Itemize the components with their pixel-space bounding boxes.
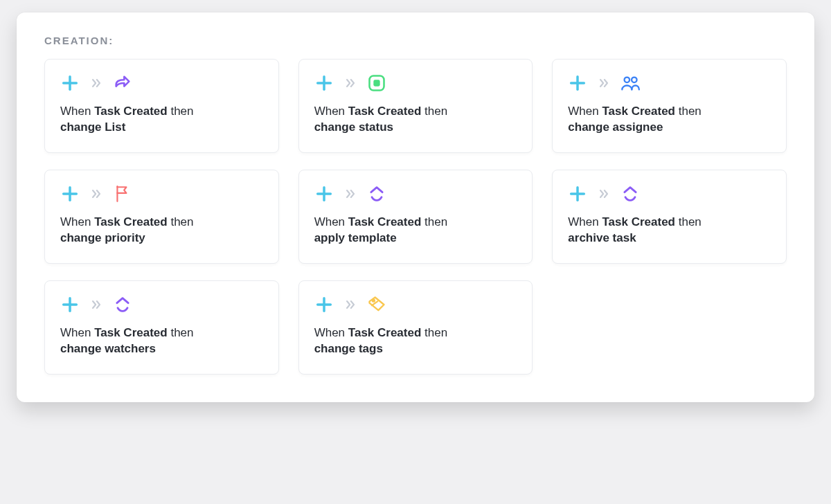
automation-description: When Task Created thenchange tags — [314, 325, 517, 357]
plus-icon — [314, 295, 334, 314]
then-text: then — [425, 105, 447, 118]
action-text: change List — [60, 120, 125, 134]
trigger-text: Task Created — [602, 105, 675, 118]
then-text: then — [679, 105, 702, 118]
automation-card-change-assignee[interactable]: When Task Created thenchange assignee — [552, 59, 787, 153]
action-text: change assignee — [568, 120, 663, 134]
automation-description: When Task Created thenapply template — [314, 215, 517, 246]
prefix-text: When — [314, 105, 345, 118]
automation-card-change-list[interactable]: When Task Created thenchange List — [44, 59, 279, 153]
icon-row — [60, 295, 263, 314]
icon-row — [60, 73, 263, 93]
automation-description: When Task Created thenchange watchers — [60, 325, 263, 357]
clickup-icon — [620, 184, 640, 204]
svg-point-9 — [632, 78, 636, 82]
then-text: then — [679, 215, 702, 228]
automation-description: When Task Created thenchange priority — [60, 215, 263, 246]
chevrons-icon — [89, 298, 103, 312]
action-text: change tags — [314, 342, 383, 355]
svg-point-21 — [372, 299, 374, 301]
icon-row — [314, 184, 517, 204]
chevrons-icon — [343, 187, 357, 201]
icon-row — [314, 73, 517, 93]
then-text: then — [170, 326, 193, 339]
clickup-icon — [113, 295, 132, 314]
prefix-text: When — [314, 326, 345, 339]
chevrons-icon — [597, 76, 611, 90]
then-text: then — [170, 105, 193, 118]
trigger-text: Task Created — [94, 105, 168, 118]
chevrons-icon — [597, 187, 611, 201]
plus-icon — [568, 184, 587, 204]
svg-point-8 — [625, 78, 629, 82]
then-text: then — [425, 215, 447, 228]
automation-panel: CREATION: When Task Created thenchange L… — [17, 12, 814, 402]
trigger-text: Task Created — [348, 326, 422, 339]
automation-card-archive-task[interactable]: When Task Created thenarchive task — [552, 170, 787, 264]
chevrons-icon — [343, 298, 357, 312]
trigger-text: Task Created — [348, 215, 422, 228]
automation-description: When Task Created thenarchive task — [568, 215, 771, 246]
icon-row — [60, 184, 263, 204]
automation-card-change-status[interactable]: When Task Created thenchange status — [298, 59, 533, 153]
plus-icon — [60, 73, 80, 93]
automation-description: When Task Created thenchange status — [314, 104, 517, 136]
flag-icon — [113, 184, 132, 204]
plus-icon — [60, 184, 80, 204]
icon-row — [568, 184, 771, 204]
prefix-text: When — [60, 105, 91, 118]
prefix-text: When — [568, 215, 598, 228]
plus-icon — [60, 295, 80, 314]
trigger-text: Task Created — [94, 326, 168, 339]
trigger-text: Task Created — [602, 215, 675, 228]
trigger-text: Task Created — [94, 215, 168, 228]
then-text: then — [170, 215, 193, 228]
action-text: archive task — [568, 231, 636, 244]
automation-card-change-priority[interactable]: When Task Created thenchange priority — [44, 170, 279, 264]
action-text: change watchers — [60, 342, 156, 355]
clickup-icon — [367, 184, 386, 204]
svg-rect-5 — [373, 80, 379, 86]
icon-row — [568, 73, 771, 93]
chevrons-icon — [89, 187, 103, 201]
automation-description: When Task Created thenchange assignee — [568, 104, 771, 136]
plus-icon — [314, 184, 334, 204]
automation-grid: When Task Created thenchange List When T… — [44, 59, 787, 375]
section-title: CREATION: — [44, 35, 787, 46]
status-square-icon — [367, 73, 386, 93]
automation-description: When Task Created thenchange List — [60, 104, 263, 136]
trigger-text: Task Created — [348, 105, 422, 118]
prefix-text: When — [314, 215, 345, 228]
plus-icon — [314, 73, 334, 93]
then-text: then — [425, 326, 447, 339]
action-text: change priority — [60, 231, 145, 244]
chevrons-icon — [343, 76, 357, 90]
tag-icon — [367, 295, 386, 314]
prefix-text: When — [60, 326, 91, 339]
plus-icon — [568, 73, 587, 93]
forward-arrow-icon — [113, 73, 132, 93]
chevrons-icon — [89, 76, 103, 90]
action-text: apply template — [314, 231, 397, 244]
icon-row — [314, 295, 517, 314]
prefix-text: When — [568, 105, 598, 118]
automation-card-change-watchers[interactable]: When Task Created thenchange watchers — [44, 280, 279, 375]
action-text: change status — [314, 120, 393, 134]
automation-card-change-tags[interactable]: When Task Created thenchange tags — [298, 280, 533, 375]
people-icon — [620, 73, 640, 93]
automation-card-apply-template[interactable]: When Task Created thenapply template — [298, 170, 533, 264]
prefix-text: When — [60, 215, 91, 228]
